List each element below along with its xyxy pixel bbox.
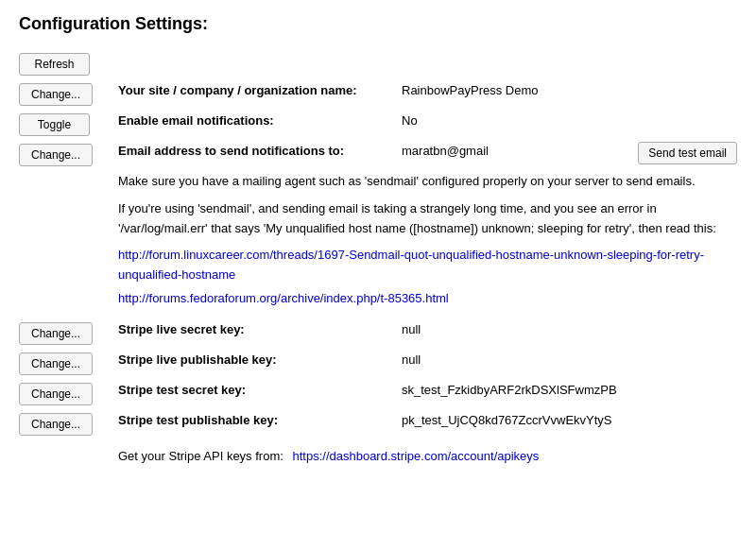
stripe-live-secret-value: null [402,320,737,339]
stripe-live-pub-label: Stripe live publishable key: [118,351,402,370]
stripe-live-pub-value: null [402,351,737,370]
site-name-label: Your site / company / organization name: [118,81,402,100]
site-name-value: RainbowPayPress Demo [402,81,737,100]
info-text-1: Make sure you have a mailing agent such … [118,174,696,188]
change-stripe-test-pub-button[interactable]: Change... [19,413,93,436]
page-title: Configuration Settings: [19,14,737,34]
change-email-button[interactable]: Change... [19,144,93,166]
stripe-test-pub-value: pk_test_UjCQ8kd767ZccrVvwEkvYtyS [402,411,737,430]
email-notifications-value: No [402,112,737,130]
sendmail-link[interactable]: http://forum.linuxcareer.com/threads/169… [118,248,704,282]
email-address-label: Email address to send notifications to: [118,142,402,161]
change-stripe-live-secret-button[interactable]: Change... [19,322,93,345]
stripe-test-pub-label: Stripe test publishable key: [118,411,402,430]
send-test-email-button[interactable]: Send test email [638,142,737,164]
stripe-test-secret-label: Stripe test secret key: [118,381,402,400]
toggle-email-button[interactable]: Toggle [19,113,90,136]
email-address-value: maratbn@gmail [402,142,619,161]
change-site-name-button[interactable]: Change... [19,83,93,106]
stripe-dashboard-link[interactable]: https://dashboard.stripe.com/account/api… [292,449,539,463]
stripe-api-info-prefix: Get your Stripe API keys from: [118,449,284,463]
email-notifications-label: Enable email notifications: [118,112,402,130]
change-stripe-live-pub-button[interactable]: Change... [19,352,93,375]
fedora-link[interactable]: http://forums.fedoraforum.org/archive/in… [118,291,449,305]
info-text-2: If you're using 'sendmail', and sending … [118,201,716,235]
stripe-live-secret-label: Stripe live secret key: [118,320,402,339]
change-stripe-test-secret-button[interactable]: Change... [19,383,93,405]
refresh-button[interactable]: Refresh [19,53,90,76]
stripe-test-secret-value: sk_test_FzkidbyARF2rkDSXlSFwmzPB [402,381,737,400]
